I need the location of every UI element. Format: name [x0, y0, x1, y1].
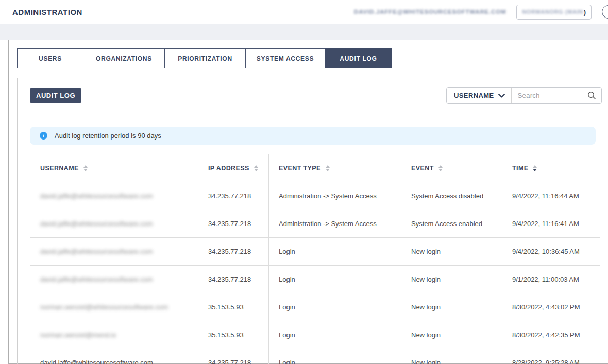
column-header-event[interactable]: EVENT: [401, 154, 502, 182]
cell-time: 9/1/2022, 11:00:03 AM: [502, 266, 600, 293]
audit-log-table-wrap: USERNAME IP ADDRESS EVENT TYPE EVENT TIM…: [30, 154, 596, 364]
column-header-time[interactable]: TIME: [502, 154, 600, 182]
cell-ip-address: 35.153.5.93: [198, 321, 269, 349]
cell-ip-address: 35.153.5.93: [198, 293, 269, 321]
cell-event-type: Login: [269, 321, 401, 349]
cell-time: 9/4/2022, 11:16:44 AM: [502, 182, 600, 210]
sort-icon[interactable]: [326, 165, 330, 171]
table-row[interactable]: david.jaffe@whitesourcesoftware.com 34.2…: [30, 210, 600, 238]
panel-header: AUDIT LOG USERNAME: [18, 78, 608, 113]
table-row[interactable]: norman.wenzel@whitesourcesoftware.com 35…: [30, 293, 600, 321]
column-header-event-type[interactable]: EVENT TYPE: [269, 154, 401, 182]
cell-event-type: Administration -> System Access: [269, 182, 401, 210]
cell-event: New login: [401, 238, 502, 266]
cell-username: norman.wenzel@mend.io: [30, 321, 198, 349]
cell-event: New login: [401, 349, 502, 364]
cell-username: david.jaffe@whitesourcesoftware.com: [30, 182, 198, 210]
sort-icon[interactable]: [254, 165, 258, 171]
table-row[interactable]: david.jaffe@whitesourcesoftware.com 34.2…: [30, 238, 600, 266]
cell-username: david.jaffe@whitesourcesoftware.com: [30, 349, 198, 364]
cell-ip-address: 34.235.77.218: [198, 238, 269, 266]
tab-system-access[interactable]: SYSTEM ACCESS: [245, 48, 325, 68]
sort-icon[interactable]: [533, 165, 537, 171]
page-title: ADMINISTRATION: [12, 8, 82, 16]
tab-organizations[interactable]: ORGANIZATIONS: [83, 48, 165, 68]
cell-time: 8/30/2022, 4:42:35 PM: [502, 321, 600, 349]
cell-time: 9/4/2022, 10:36:45 AM: [502, 238, 600, 266]
top-bar-right: DAVID.JAFFE@WHITESOURCESOFTWARE.COM NORM…: [354, 5, 608, 20]
user-avatar-icon[interactable]: [602, 5, 608, 19]
audit-log-table: USERNAME IP ADDRESS EVENT TYPE EVENT TIM…: [30, 154, 600, 364]
tab-label: ORGANIZATIONS: [96, 55, 152, 62]
tab-label: PRIORITIZATION: [178, 55, 232, 62]
table-header-row: USERNAME IP ADDRESS EVENT TYPE EVENT TIM…: [30, 154, 600, 182]
org-name: NORMANORG (MAIN: [522, 9, 583, 15]
cell-username: norman.wenzel@whitesourcesoftware.com: [30, 293, 198, 321]
user-email: DAVID.JAFFE@WHITESOURCESOFTWARE.COM: [354, 9, 506, 15]
cell-event: New login: [401, 266, 502, 293]
tab-label: USERS: [39, 55, 62, 62]
cell-ip-address: 34.235.77.218: [198, 266, 269, 293]
tab-label: SYSTEM ACCESS: [257, 55, 314, 62]
cell-username: david.jaffe@whitesourcesoftware.com: [30, 238, 198, 266]
column-header-ip-address[interactable]: IP ADDRESS: [198, 154, 269, 182]
chevron-down-icon: [498, 94, 505, 98]
column-label: EVENT TYPE: [279, 165, 321, 172]
org-name-suffix: ): [584, 8, 586, 16]
tab-audit-log[interactable]: AUDIT LOG: [325, 48, 392, 68]
cell-ip-address: 34.235.77.218: [198, 182, 269, 210]
info-icon: i: [40, 132, 47, 140]
table-row[interactable]: david.jaffe@whitesourcesoftware.com 34.2…: [30, 349, 600, 364]
column-label: EVENT: [411, 165, 434, 172]
search-control: USERNAME: [446, 87, 602, 104]
cell-event-type: Login: [269, 266, 401, 293]
info-banner: i Audit log retention period is 90 days: [30, 127, 596, 145]
column-label: IP ADDRESS: [208, 165, 249, 172]
cell-event-type: Login: [269, 349, 401, 364]
table-row[interactable]: david.jaffe@whitesourcesoftware.com 34.2…: [30, 266, 600, 293]
cell-event: New login: [401, 321, 502, 349]
sort-icon[interactable]: [83, 165, 88, 171]
administration-card: USERSORGANIZATIONSPRIORITIZATIONSYSTEM A…: [8, 40, 608, 364]
tab-users[interactable]: USERS: [17, 48, 83, 68]
panel-body: i Audit log retention period is 90 days …: [18, 113, 608, 364]
table-row[interactable]: david.jaffe@whitesourcesoftware.com 34.2…: [30, 182, 600, 210]
audit-log-badge: AUDIT LOG: [30, 88, 81, 103]
tab-prioritization[interactable]: PRIORITIZATION: [164, 48, 246, 68]
cell-time: 8/28/2022, 9:25:28 AM: [502, 349, 600, 364]
info-banner-text: Audit log retention period is 90 days: [55, 132, 161, 140]
cell-username: david.jaffe@whitesourcesoftware.com: [30, 266, 198, 293]
cell-time: 9/4/2022, 11:16:41 AM: [502, 210, 600, 238]
cell-event: System Access disabled: [401, 182, 502, 210]
cell-event-type: Login: [269, 293, 401, 321]
org-selector-button[interactable]: NORMANORG (MAIN): [516, 5, 592, 20]
cell-ip-address: 34.235.77.218: [198, 210, 269, 238]
sort-icon[interactable]: [438, 165, 443, 171]
cell-event: System Access enabled: [401, 210, 502, 238]
table-row[interactable]: norman.wenzel@mend.io 35.153.5.93 Login …: [30, 321, 600, 349]
cell-event-type: Login: [269, 238, 401, 266]
top-bar: ADMINISTRATION DAVID.JAFFE@WHITESOURCESO…: [0, 0, 608, 24]
search-icon[interactable]: [587, 91, 596, 100]
cell-time: 8/30/2022, 4:43:02 PM: [502, 293, 600, 321]
column-label: TIME: [512, 165, 528, 172]
search-input[interactable]: [512, 92, 587, 99]
cell-username: david.jaffe@whitesourcesoftware.com: [30, 210, 198, 238]
column-label: USERNAME: [40, 165, 79, 172]
audit-log-panel: AUDIT LOG USERNAME i Audit log retention…: [17, 78, 608, 364]
page-background-band: [0, 24, 608, 40]
filter-field-dropdown[interactable]: USERNAME: [447, 88, 512, 103]
tab-bar: USERSORGANIZATIONSPRIORITIZATIONSYSTEM A…: [17, 48, 394, 68]
cell-event-type: Administration -> System Access: [269, 210, 401, 238]
cell-ip-address: 34.235.77.218: [198, 349, 269, 364]
column-header-username[interactable]: USERNAME: [30, 154, 198, 182]
filter-field-label: USERNAME: [454, 92, 494, 99]
cell-event: New login: [401, 293, 502, 321]
tab-label: AUDIT LOG: [340, 55, 377, 62]
